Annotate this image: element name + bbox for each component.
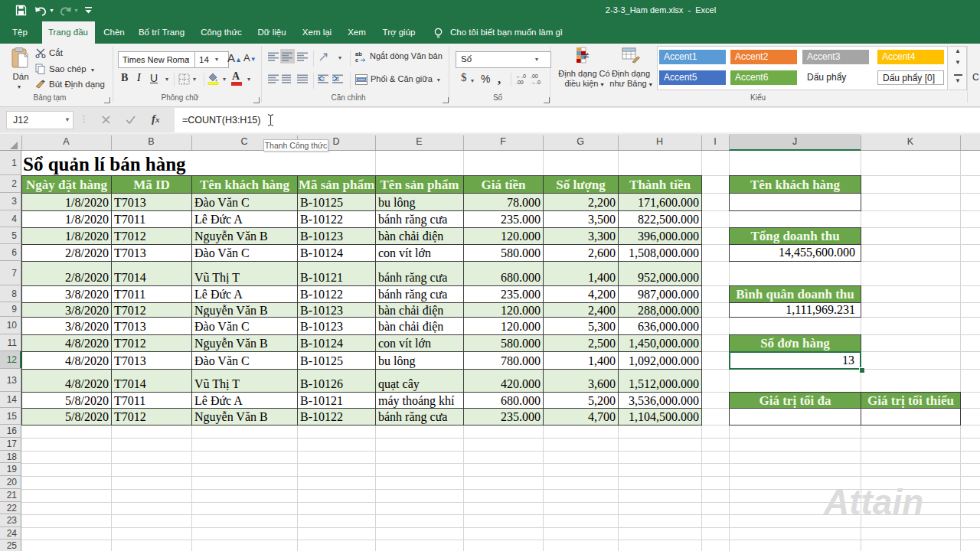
svg-text:c: c bbox=[355, 57, 358, 63]
svg-text:←.0: ←.0 bbox=[516, 73, 526, 79]
svg-text:.00: .00 bbox=[531, 73, 538, 79]
svg-text:≠: ≠ bbox=[583, 50, 589, 61]
svg-text:.00: .00 bbox=[516, 80, 524, 84]
svg-text:→.0: →.0 bbox=[531, 80, 541, 84]
